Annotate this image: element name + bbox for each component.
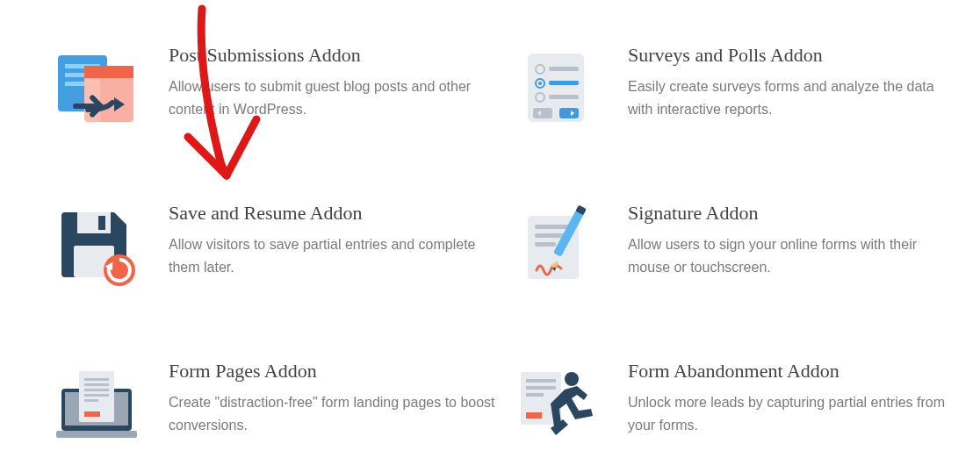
signature-icon <box>512 202 600 290</box>
svg-rect-43 <box>84 411 100 417</box>
addon-desc: Allow visitors to save partial entries a… <box>169 233 503 278</box>
svg-rect-48 <box>526 412 542 418</box>
svg-rect-16 <box>549 95 579 99</box>
svg-rect-46 <box>526 386 556 390</box>
addon-desc: Allow users to submit guest blog posts a… <box>169 75 503 120</box>
save-resume-icon <box>53 202 141 290</box>
addons-grid: Post Submissions Addon Allow users to su… <box>0 0 980 465</box>
svg-rect-38 <box>84 378 109 381</box>
addon-title: Signature Addon <box>628 202 962 225</box>
svg-rect-21 <box>77 212 111 233</box>
svg-rect-42 <box>84 399 98 402</box>
form-abandonment-icon <box>512 360 600 447</box>
addon-desc: Allow users to sign your online forms wi… <box>628 233 962 278</box>
svg-rect-41 <box>84 394 109 397</box>
addon-title: Save and Resume Addon <box>169 202 503 225</box>
svg-point-49 <box>565 372 579 386</box>
addon-desc: Create "distraction-free" form landing p… <box>169 391 503 436</box>
addon-title: Post Submissions Addon <box>169 44 503 67</box>
surveys-polls-icon <box>512 44 600 132</box>
form-pages-icon <box>53 360 141 447</box>
addon-title: Form Pages Addon <box>169 360 503 383</box>
svg-rect-5 <box>84 66 133 78</box>
svg-rect-45 <box>526 379 556 383</box>
svg-rect-18 <box>559 108 579 118</box>
svg-rect-29 <box>535 242 556 247</box>
addon-surveys-polls[interactable]: Surveys and Polls Addon Easily create su… <box>512 44 962 132</box>
svg-rect-22 <box>98 216 105 230</box>
svg-rect-14 <box>549 81 579 85</box>
addon-title: Form Abandonment Addon <box>628 360 962 383</box>
post-submissions-icon <box>53 44 141 132</box>
svg-rect-36 <box>56 431 137 438</box>
addon-save-resume[interactable]: Save and Resume Addon Allow visitors to … <box>53 202 503 290</box>
svg-rect-11 <box>549 67 579 71</box>
svg-rect-40 <box>84 389 109 391</box>
svg-rect-17 <box>533 108 552 118</box>
addon-desc: Easily create surveys forms and analyze … <box>628 75 962 120</box>
svg-rect-27 <box>535 225 572 229</box>
addon-form-abandonment[interactable]: Form Abandonment Addon Unlock more leads… <box>512 360 962 447</box>
addon-desc: Unlock more leads by capturing partial e… <box>628 391 962 436</box>
addon-title: Surveys and Polls Addon <box>628 44 962 67</box>
addon-post-submissions[interactable]: Post Submissions Addon Allow users to su… <box>53 44 503 132</box>
svg-point-13 <box>538 82 542 85</box>
svg-rect-39 <box>84 383 109 386</box>
svg-rect-47 <box>526 393 544 397</box>
addon-form-pages[interactable]: Form Pages Addon Create "distraction-fre… <box>53 360 503 447</box>
addon-signature[interactable]: Signature Addon Allow users to sign your… <box>512 202 962 290</box>
